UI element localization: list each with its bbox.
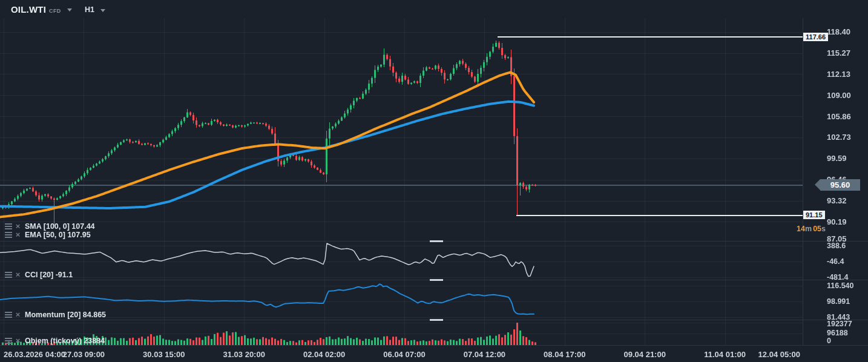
- indicator-label-volume: Objem (tickový) 23884: [25, 337, 105, 345]
- indicator-settings-icon[interactable]: [5, 223, 12, 229]
- chevron-down-icon: [67, 8, 72, 12]
- indicator-settings-icon[interactable]: [5, 338, 12, 344]
- momentum-indicator-legend: Momentum [20] 84.865: [5, 311, 106, 318]
- symbol-selector[interactable]: OIL.WTI CFD: [11, 4, 72, 15]
- countdown-minutes-unit: m: [805, 225, 812, 233]
- indicator-label-momentum: Momentum [20] 84.865: [25, 311, 106, 319]
- indicator-settings-icon[interactable]: [5, 312, 12, 318]
- indicator-legend-momentum: Momentum [20] 84.865: [5, 311, 106, 318]
- timeframe-selector[interactable]: H1: [85, 5, 105, 14]
- chart-header: OIL.WTI CFD H1: [0, 0, 868, 18]
- indicator-remove-icon[interactable]: [15, 311, 21, 318]
- countdown-minutes: 14: [797, 225, 805, 233]
- indicator-remove-icon[interactable]: [15, 271, 21, 278]
- indicator-label-cci: CCI [20] -91.1: [25, 271, 73, 279]
- price-chart-canvas[interactable]: [0, 0, 868, 362]
- countdown-seconds-unit: s: [821, 225, 826, 233]
- indicator-remove-icon[interactable]: [15, 231, 21, 238]
- indicator-legend-volume: Objem (tickový) 23884: [5, 337, 105, 344]
- symbol-label: OIL.WTI: [11, 4, 46, 15]
- candle-countdown: 14m05s: [797, 225, 827, 233]
- indicator-remove-icon[interactable]: [15, 223, 21, 229]
- upper-level-price-tag[interactable]: 117.66: [803, 33, 828, 41]
- current-price-tag: 95.60: [820, 179, 860, 191]
- indicator-legend-ema: EMA [50, 0] 107.95: [5, 231, 95, 239]
- volume-indicator-legend: Objem (tickový) 23884: [5, 337, 105, 344]
- timeframe-label: H1: [85, 5, 94, 14]
- indicator-label-sma: SMA [100, 0] 107.44: [25, 222, 95, 231]
- instrument-type-badge: CFD: [49, 8, 61, 14]
- cci-indicator-legend: CCI [20] -91.1: [5, 271, 73, 278]
- lower-level-price-tag[interactable]: 91.15: [803, 211, 825, 219]
- indicator-settings-icon[interactable]: [5, 232, 12, 238]
- ma-indicator-legend: SMA [100, 0] 107.44 EMA [50, 0] 107.95: [5, 222, 95, 239]
- countdown-seconds: 05: [813, 225, 821, 233]
- indicator-remove-icon[interactable]: [15, 337, 21, 344]
- indicator-label-ema: EMA [50, 0] 107.95: [25, 231, 91, 239]
- indicator-settings-icon[interactable]: [5, 272, 12, 278]
- chevron-down-icon: [100, 9, 105, 12]
- indicator-legend-cci: CCI [20] -91.1: [5, 271, 73, 278]
- trading-chart-window: OIL.WTI CFD H1 SMA [100, 0] 107.44 EMA […: [0, 0, 868, 362]
- indicator-legend-sma: SMA [100, 0] 107.44: [5, 222, 95, 230]
